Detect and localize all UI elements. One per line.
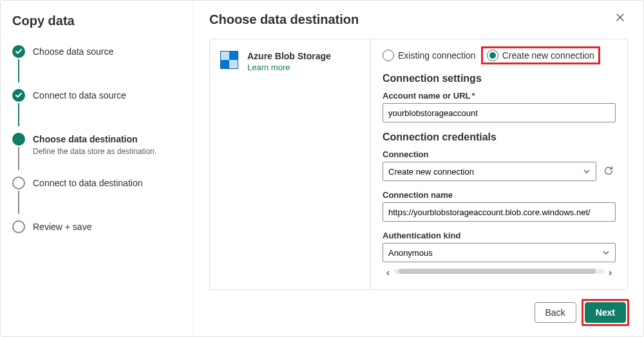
radio-create-new-connection[interactable]: Create new connection: [487, 50, 594, 61]
circle-icon: [12, 220, 25, 233]
scroll-left-icon[interactable]: [385, 268, 392, 274]
destination-card: Azure Blob Storage Learn more Existing c…: [209, 39, 628, 290]
step-review-save[interactable]: Review + save: [12, 220, 182, 256]
page-title: Choose data destination: [209, 12, 628, 27]
radio-label: Existing connection: [398, 50, 476, 61]
account-name-input[interactable]: [383, 103, 616, 122]
account-name-label: Account name or URL*: [383, 91, 616, 101]
auth-kind-label: Authentication kind: [383, 231, 616, 240]
azure-blob-storage-icon: [220, 51, 238, 69]
learn-more-link[interactable]: Learn more: [247, 63, 290, 72]
destination-form: Existing connection Create new connectio…: [371, 39, 627, 289]
step-connect-source[interactable]: Connect to data source: [12, 89, 182, 125]
wizard-main: Choose data destination Azure Blob Stora…: [194, 1, 643, 336]
radio-label: Create new connection: [502, 50, 594, 61]
back-button[interactable]: Back: [535, 302, 576, 323]
radio-existing-connection[interactable]: Existing connection: [383, 50, 476, 61]
circle-icon: [12, 177, 25, 189]
sidebar-title: Copy data: [12, 14, 182, 28]
step-connect-destination[interactable]: Connect to data destination: [12, 177, 182, 213]
next-button[interactable]: Next: [585, 302, 626, 323]
connection-select[interactable]: Create new connection: [383, 162, 596, 181]
wizard-footer: Back Next: [209, 300, 628, 325]
wizard-steps: Choose data source Connect to data sourc…: [12, 45, 182, 256]
destination-summary: Azure Blob Storage Learn more: [210, 39, 371, 289]
dot-icon: [12, 133, 25, 146]
field-connection: Connection Create new connection: [383, 149, 616, 181]
highlight-next: Next: [582, 299, 629, 326]
step-choose-destination[interactable]: Choose data destination Define the data …: [12, 133, 182, 169]
close-button[interactable]: [615, 12, 628, 25]
field-auth-kind: Authentication kind Anonymous: [383, 231, 616, 262]
refresh-button[interactable]: [603, 165, 616, 178]
destination-name: Azure Blob Storage: [247, 51, 331, 61]
connection-name-input[interactable]: [383, 202, 616, 222]
highlight-create-new: Create new connection: [481, 46, 600, 64]
scroll-right-icon[interactable]: [607, 268, 613, 274]
required-asterisk: *: [472, 91, 475, 101]
copy-data-wizard: Copy data Choose data source Connect to …: [0, 0, 644, 337]
scrollbar-thumb[interactable]: [399, 269, 596, 274]
horizontal-scrollbar[interactable]: [383, 267, 616, 275]
check-icon: [12, 89, 25, 102]
wizard-sidebar: Copy data Choose data source Connect to …: [1, 1, 194, 336]
connection-mode-radio-group: Existing connection Create new connectio…: [383, 48, 616, 63]
radio-icon: [383, 50, 394, 61]
connection-credentials-heading: Connection credentials: [383, 131, 616, 143]
scrollbar-track[interactable]: [394, 269, 604, 274]
field-connection-name: Connection name: [383, 190, 616, 222]
connection-settings-heading: Connection settings: [383, 73, 616, 84]
radio-icon: [487, 50, 498, 61]
check-icon: [12, 45, 25, 58]
connection-name-label: Connection name: [383, 190, 616, 200]
connection-label: Connection: [383, 149, 616, 159]
field-account-name: Account name or URL*: [383, 91, 616, 122]
step-choose-source[interactable]: Choose data source: [12, 45, 182, 81]
auth-kind-select[interactable]: Anonymous: [383, 243, 616, 262]
